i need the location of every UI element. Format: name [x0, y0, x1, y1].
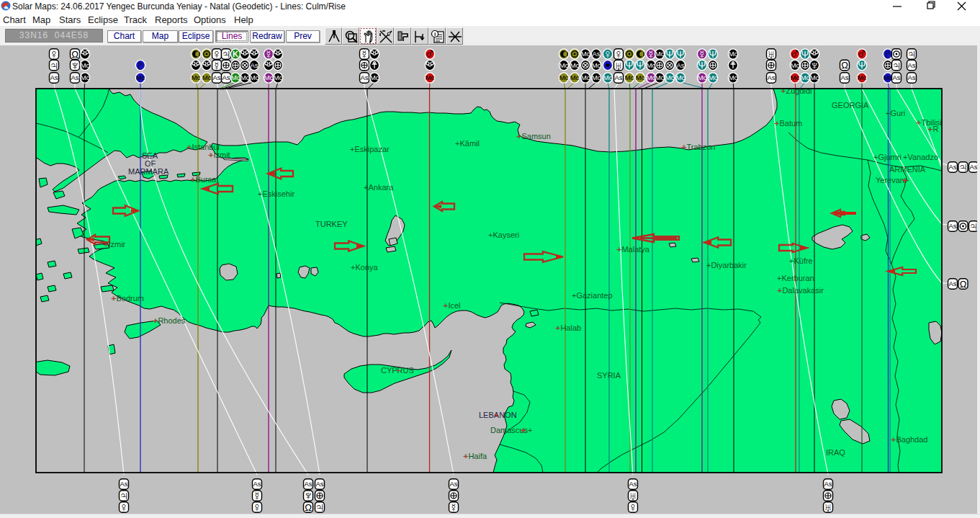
svg-text:Mc: Mc	[655, 50, 665, 58]
svg-text:+: +	[516, 132, 521, 140]
svg-text:As: As	[222, 73, 230, 81]
svg-text:Mc: Mc	[240, 73, 250, 81]
svg-text:Ψ: Ψ	[858, 60, 866, 71]
svg-text:+Kâmil: +Kâmil	[455, 139, 480, 148]
svg-text:+Gaziantep: +Gaziantep	[572, 291, 613, 300]
svg-text:As: As	[250, 61, 258, 69]
svg-text:☿: ☿	[647, 48, 655, 61]
svg-text:+: +	[781, 86, 785, 95]
svg-text:+Samsun: +Samsun	[517, 132, 551, 140]
svg-text:Mc: Mc	[655, 73, 665, 81]
svg-text:♃: ♃	[907, 47, 917, 61]
svg-text:Mc: Mc	[636, 73, 645, 81]
svg-text:+Eskipazar: +Eskipazar	[350, 145, 390, 153]
svg-text:♀: ♀	[628, 500, 638, 514]
svg-text:+Trabzon: +Trabzon	[682, 143, 715, 151]
svg-text:♃: ♃	[221, 47, 231, 61]
svg-text:Ψ: Ψ	[709, 49, 717, 60]
svg-text:Mc: Mc	[581, 73, 590, 81]
svg-text:Mc: Mc	[231, 73, 240, 81]
svg-text:SYRIA: SYRIA	[597, 371, 621, 380]
svg-text:As: As	[676, 61, 684, 69]
svg-text:Mc: Mc	[801, 73, 810, 81]
svg-text:Mc: Mc	[559, 73, 569, 81]
svg-text:i: i	[434, 31, 436, 37]
svg-text:+Guri: +Guri	[886, 109, 905, 117]
svg-text:+: +	[443, 301, 447, 310]
svg-text:+: +	[494, 411, 498, 419]
svg-text:+Baghdad: +Baghdad	[891, 435, 927, 444]
svg-text:+Kayseri: +Kayseri	[488, 231, 519, 239]
svg-text:As: As	[360, 73, 368, 81]
svg-text:Mc: Mc	[81, 61, 90, 69]
svg-text:♂: ♂	[857, 45, 868, 61]
svg-text:As: As	[212, 73, 220, 81]
svg-text:Ω: Ω	[305, 502, 312, 513]
svg-text:☿: ☿	[698, 48, 706, 61]
svg-text:As: As	[840, 73, 848, 81]
svg-text:Ψ: Ψ	[801, 49, 809, 60]
svg-text:As: As	[907, 73, 915, 81]
svg-text:+: +	[396, 366, 400, 375]
svg-text:Mc: Mc	[250, 73, 259, 81]
svg-text:Mc: Mc	[709, 73, 718, 81]
svg-text:Mc: Mc	[665, 73, 675, 81]
svg-text:♆: ♆	[809, 58, 819, 73]
svg-text:Mc: Mc	[592, 61, 601, 69]
svg-text:As: As	[614, 73, 622, 81]
svg-text:♀: ♀	[603, 47, 613, 61]
svg-text:Ψ: Ψ	[626, 60, 634, 71]
svg-text:Mc: Mc	[858, 73, 867, 81]
svg-text:Ω: Ω	[960, 279, 967, 290]
svg-text:+: +	[555, 323, 559, 332]
svg-text:Ψ: Ψ	[698, 60, 706, 71]
svg-text:+Gjumri: +Gjumri	[873, 153, 902, 161]
svg-text:As: As	[824, 480, 832, 488]
svg-text:+Dalavakasir: +Dalavakasir	[778, 286, 824, 295]
svg-text:+Kerburan: +Kerburan	[777, 274, 814, 282]
svg-text:♅: ♅	[614, 60, 623, 72]
svg-text:+Ankara: +Ankara	[364, 183, 394, 192]
svg-text:♃: ♃	[315, 500, 325, 514]
svg-text:As: As	[71, 73, 78, 81]
svg-text:☿: ☿	[212, 60, 221, 72]
svg-text:Ω: Ω	[841, 60, 848, 71]
svg-text:+Bodrum: +Bodrum	[112, 294, 144, 303]
svg-text:+: +	[927, 125, 932, 133]
svg-text:☿: ☿	[360, 48, 369, 61]
svg-text:As: As	[50, 73, 58, 81]
svg-text:As: As	[315, 480, 323, 488]
svg-text:K: K	[233, 50, 238, 58]
svg-text:+Malatya: +Malatya	[617, 245, 650, 254]
svg-text:As: As	[253, 480, 261, 488]
svg-text:+: +	[891, 435, 895, 444]
svg-text:As: As	[892, 73, 900, 81]
svg-text:+Diyarbakir: +Diyarbakir	[706, 261, 747, 269]
svg-text:As: As	[948, 222, 956, 230]
svg-text:♀: ♀	[119, 500, 129, 514]
svg-text:♂: ♂	[790, 45, 801, 61]
svg-text:+: +	[463, 452, 467, 460]
svg-text:Mc: Mc	[264, 73, 274, 81]
svg-text:As: As	[120, 480, 127, 488]
svg-text:Mc: Mc	[791, 73, 800, 81]
svg-text:As: As	[948, 163, 956, 171]
svg-text:+: +	[103, 240, 107, 249]
svg-text:Mc: Mc	[202, 73, 212, 81]
svg-text:As: As	[449, 480, 457, 488]
svg-text:As: As	[767, 73, 775, 81]
svg-text:Mc: Mc	[603, 73, 613, 81]
svg-text:Mc: Mc	[729, 50, 738, 58]
svg-text:Mc: Mc	[81, 73, 90, 81]
svg-text:Mc: Mc	[647, 73, 656, 81]
svg-text:+: +	[616, 245, 621, 254]
svg-text:♆: ♆	[70, 58, 80, 73]
svg-text:♃: ♃	[958, 160, 968, 174]
svg-text:☿: ☿	[449, 501, 458, 514]
svg-text:+: +	[777, 286, 781, 295]
svg-text:+: +	[153, 316, 157, 325]
svg-text:☿: ☿	[264, 48, 273, 61]
svg-text:GEORGIA: GEORGIA	[832, 101, 869, 110]
svg-text:+Konya: +Konya	[351, 263, 378, 272]
svg-text:+: +	[186, 143, 191, 151]
